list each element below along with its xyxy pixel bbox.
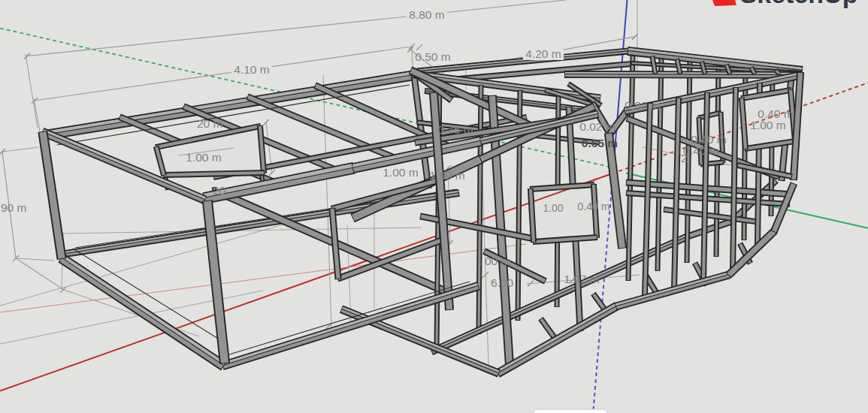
svg-text:0.40 m: 0.40 m [578, 200, 610, 213]
svg-text:4.20 m: 4.20 m [525, 47, 561, 60]
svg-text:0.75 m: 0.75 m [437, 123, 473, 136]
svg-text:20 m: 20 m [197, 117, 222, 130]
svg-text:1.00 m: 1.00 m [383, 166, 418, 179]
svg-text:6.00: 6.00 [491, 276, 514, 289]
svg-text:1.07 m: 1.07 m [564, 273, 599, 285]
svg-text:0.80 m: 0.80 m [625, 99, 660, 112]
svg-text:SketchUp: SketchUp [740, 0, 858, 8]
svg-text:1.00: 1.00 [543, 202, 563, 214]
svg-text:20: 20 [213, 184, 226, 197]
svg-text:8.80 m: 8.80 m [409, 8, 444, 21]
svg-text:90 m: 90 m [1, 201, 26, 214]
svg-text:2: 2 [681, 152, 688, 164]
svg-text:0.50 m: 0.50 m [415, 50, 450, 63]
svg-text:1.00 m: 1.00 m [186, 151, 221, 164]
svg-text:1.00 m: 1.00 m [750, 119, 785, 131]
svg-text:1.90 m: 1.90 m [429, 169, 464, 182]
svg-text:4.10 m: 4.10 m [234, 63, 269, 76]
svg-text:0.40 m: 0.40 m [683, 144, 718, 157]
svg-text:00 m: 00 m [485, 255, 510, 267]
svg-text:0.02 m: 0.02 m [579, 120, 615, 133]
svg-text:0.65 m: 0.65 m [582, 137, 618, 149]
